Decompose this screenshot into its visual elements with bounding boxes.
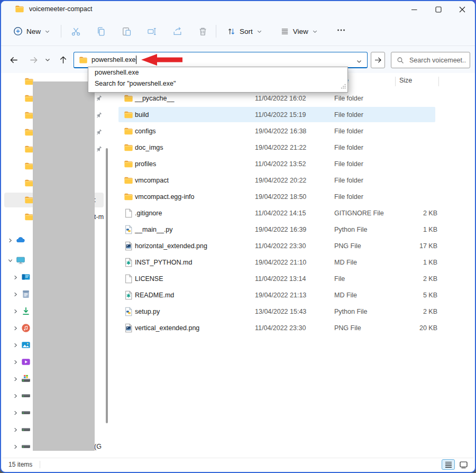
pin-icon xyxy=(95,145,103,153)
suggestion-item-search[interactable]: Search for "powershell.exe" xyxy=(88,78,347,89)
column-divider[interactable] xyxy=(395,77,396,86)
md-icon xyxy=(124,290,133,300)
chevron-right-icon xyxy=(12,393,19,399)
file-row[interactable]: __main__.py 19/04/2022 16:39 Python File… xyxy=(112,221,474,238)
file-row[interactable]: LICENSE 11/04/2022 13:14 File 2 KB xyxy=(112,270,474,287)
file-date-modified: 11/04/2022 16:02 xyxy=(255,95,306,102)
file-list-pane: Name Date modified Type Size __pycache__… xyxy=(112,73,474,458)
file-size: 2 KB xyxy=(379,275,437,283)
copy-button[interactable] xyxy=(88,22,113,41)
chevron-right-icon xyxy=(12,410,19,416)
file-name: __main__.py xyxy=(135,226,173,233)
search-input[interactable] xyxy=(408,56,468,65)
file-row[interactable]: vmcompact 19/04/2022 20:22 File folder xyxy=(112,172,474,188)
file-date-modified: 11/04/2022 13:52 xyxy=(255,160,306,168)
md-icon xyxy=(124,258,133,267)
text-caret xyxy=(136,56,136,64)
maximize-button[interactable] xyxy=(426,1,450,18)
go-button[interactable] xyxy=(371,52,385,68)
file-name: INST_PYTHON.md xyxy=(135,259,192,266)
folder-icon xyxy=(124,126,133,136)
file-date-modified: 11/04/2022 14:15 xyxy=(255,210,306,217)
file-name: LICENSE xyxy=(135,275,163,283)
rename-button[interactable] xyxy=(139,22,164,41)
file-name: vmcompact xyxy=(135,177,169,184)
recent-locations-button[interactable] xyxy=(41,51,54,68)
file-date-modified: 11/04/2022 15:19 xyxy=(255,111,306,119)
file-row[interactable]: doc_imgs 19/04/2022 21:22 File folder xyxy=(112,139,474,156)
file-type: File folder xyxy=(334,160,363,168)
up-arrow-icon xyxy=(58,55,68,65)
toolbar-divider xyxy=(61,25,61,38)
folder-icon xyxy=(124,94,133,103)
close-button[interactable] xyxy=(450,1,474,18)
chevron-down-icon xyxy=(44,29,50,34)
cut-button[interactable] xyxy=(62,22,88,41)
folder-icon xyxy=(124,176,133,185)
file-row[interactable]: setup.py 13/04/2022 15:43 Python File 2 … xyxy=(112,303,474,320)
file-name: README.md xyxy=(135,292,174,299)
chevron-right-icon xyxy=(12,443,19,450)
search-box[interactable] xyxy=(391,52,470,68)
png-icon xyxy=(124,241,133,251)
music-icon xyxy=(21,323,31,333)
file-date-modified: 19/04/2022 16:38 xyxy=(255,128,306,135)
file-explorer-window: voicemeeter-compact New xyxy=(0,0,476,473)
sidebar-item-label: (G xyxy=(94,443,102,450)
file-date-modified: 19/04/2022 18:50 xyxy=(255,193,306,201)
file-row[interactable]: INST_PYTHON.md 19/04/2022 21:10 MD File … xyxy=(112,254,474,270)
file-size: 5 KB xyxy=(379,292,437,299)
file-type: File folder xyxy=(334,128,363,135)
file-row[interactable]: vmcompact.egg-info 19/04/2022 18:50 File… xyxy=(112,188,474,205)
chevron-right-icon xyxy=(12,308,19,315)
file-row[interactable]: .gitignore 11/04/2022 14:15 GITIGNORE Fi… xyxy=(112,205,474,221)
pin-icon xyxy=(95,129,103,136)
view-toggle-group xyxy=(442,459,470,470)
sort-button[interactable]: Sort xyxy=(222,24,268,39)
paste-button[interactable] xyxy=(113,22,139,41)
share-button[interactable] xyxy=(164,22,189,41)
file-row[interactable]: horizontal_extended.png 11/04/2022 23:30… xyxy=(112,238,474,254)
toolbar-icon-group xyxy=(62,22,215,41)
delete-button[interactable] xyxy=(189,22,215,41)
sidebar-scrollbar[interactable] xyxy=(106,148,108,423)
address-bar[interactable]: powershell.exe xyxy=(74,52,368,68)
file-row[interactable]: build 11/04/2022 15:19 File folder xyxy=(112,106,474,123)
more-options-button[interactable] xyxy=(331,23,352,40)
file-row[interactable]: vertical_extended.png 11/04/2022 23:30 P… xyxy=(112,320,474,336)
file-size: 1 KB xyxy=(379,226,437,233)
up-button[interactable] xyxy=(54,51,71,68)
chevron-right-icon xyxy=(12,376,19,383)
file-row[interactable]: configs 19/04/2022 16:38 File folder xyxy=(112,123,474,139)
file-type: MD File xyxy=(334,259,357,266)
sidebar: : t-m xyxy=(2,73,111,458)
file-date-modified: 19/04/2022 21:13 xyxy=(255,292,306,299)
folder-icon xyxy=(124,143,133,152)
forward-button[interactable] xyxy=(25,51,42,68)
address-dropdown-button[interactable] xyxy=(356,57,362,67)
resize-grip-icon[interactable] xyxy=(341,81,346,91)
minimize-button[interactable] xyxy=(402,1,426,18)
file-row[interactable]: profiles 11/04/2022 13:52 File folder xyxy=(112,156,474,172)
view-button[interactable]: View xyxy=(275,24,323,39)
file-name: horizontal_extended.png xyxy=(135,242,207,250)
file-size: 20 KB xyxy=(379,324,437,332)
details-view-button[interactable] xyxy=(442,459,455,470)
doc-icon xyxy=(124,208,133,218)
file-date-modified: 19/04/2022 21:22 xyxy=(255,144,306,151)
thumbnails-view-button[interactable] xyxy=(457,459,470,470)
new-button[interactable]: New xyxy=(9,23,54,39)
column-divider[interactable] xyxy=(438,77,439,86)
file-name: vertical_extended.png xyxy=(135,324,199,332)
file-row[interactable]: README.md 19/04/2022 21:13 MD File 5 KB xyxy=(112,287,474,303)
address-input[interactable]: powershell.exe xyxy=(91,56,135,63)
chevron-right-icon xyxy=(7,237,14,244)
titlebar: voicemeeter-compact xyxy=(1,1,475,17)
folder-icon xyxy=(124,192,133,202)
back-button[interactable] xyxy=(5,51,22,68)
column-header-size[interactable]: Size xyxy=(399,77,412,84)
file-name: .gitignore xyxy=(135,210,162,217)
desktop-icon xyxy=(21,272,31,282)
suggestion-item[interactable]: powershell.exe xyxy=(88,67,347,78)
delete-icon xyxy=(198,26,208,37)
